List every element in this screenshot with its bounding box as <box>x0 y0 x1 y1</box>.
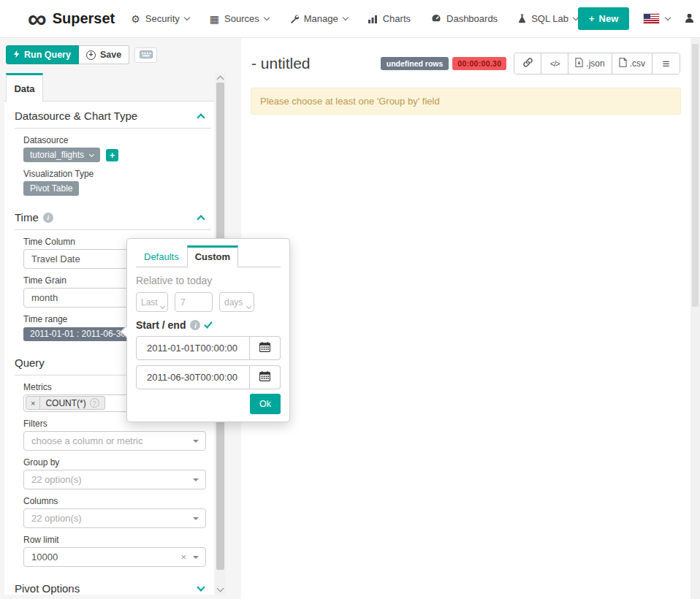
user-menu[interactable] <box>685 12 700 26</box>
wrench-icon <box>289 14 299 23</box>
query-toolbar: Run Query + Save <box>6 45 157 64</box>
relative-direction-select[interactable]: Last <box>136 292 168 312</box>
new-button-label: New <box>599 13 619 24</box>
nav-item-charts[interactable]: Charts <box>368 13 411 24</box>
datasource-label: Datasource <box>23 136 214 145</box>
datasource-select-button[interactable]: tutorial_flights <box>23 148 100 162</box>
gears-icon: ⚙ <box>131 14 140 24</box>
columns-label: Columns <box>23 497 214 505</box>
nav-item-sources[interactable]: ▦ Sources <box>210 13 269 24</box>
chevron-down-icon <box>342 15 348 20</box>
chart-title[interactable]: - untitled <box>251 54 311 73</box>
user-icon <box>685 12 694 26</box>
relative-to-today-label: Relative to today <box>136 275 281 286</box>
page-scrollbar[interactable] <box>691 38 700 599</box>
viz-type-button[interactable]: Pivot Table <box>23 181 79 196</box>
file-icon <box>619 58 627 69</box>
export-csv-button[interactable]: .csv <box>612 53 653 74</box>
chevron-down-icon[interactable] <box>197 583 205 591</box>
nav-item-dashboards[interactable]: Dashboards <box>431 13 498 24</box>
columns-placeholder: 22 option(s) <box>31 513 82 524</box>
tab-data[interactable]: Data <box>6 73 43 102</box>
filters-select[interactable]: choose a column or metric <box>23 431 206 451</box>
relative-unit-select[interactable]: days <box>219 292 254 312</box>
nav-label: Dashboards <box>446 13 498 24</box>
export-csv-label: .csv <box>630 58 645 69</box>
run-query-label: Run Query <box>24 50 71 60</box>
section-title: Query <box>15 357 45 369</box>
scrollbar-thumb[interactable] <box>692 44 699 307</box>
top-navbar: ∞ Superset ⚙ Security ▦ Sources Manage C… <box>0 0 700 38</box>
relative-amount-input[interactable] <box>175 292 213 312</box>
nav-item-security[interactable]: ⚙ Security <box>131 13 189 24</box>
valid-check-icon <box>205 319 213 328</box>
relative-direction-value: Last <box>141 297 158 308</box>
remove-metric-icon[interactable]: × <box>26 397 40 409</box>
export-json-button[interactable]: .json <box>568 53 612 74</box>
info-icon: i <box>190 320 200 330</box>
time-grain-value: month <box>31 292 58 303</box>
plus-icon: + <box>589 13 595 24</box>
calendar-icon <box>259 371 270 384</box>
add-datasource-button[interactable]: + <box>106 149 118 161</box>
columns-select[interactable]: 22 option(s) <box>23 508 206 528</box>
row-limit-control: Row limit 10000 × <box>23 535 214 567</box>
chevron-down-icon <box>89 151 94 156</box>
tab-custom[interactable]: Custom <box>187 245 238 267</box>
superset-brand[interactable]: ∞ Superset <box>28 8 115 30</box>
caret-down-icon <box>193 478 199 481</box>
code-icon: </> <box>550 59 560 68</box>
new-button[interactable]: + New <box>578 7 629 30</box>
short-link-button[interactable] <box>514 53 541 74</box>
viz-type-control: Visualization Type Pivot Table <box>23 169 214 196</box>
nav-label: Charts <box>383 13 411 24</box>
chevron-down-icon <box>246 304 251 309</box>
viz-type-label: Visualization Type <box>23 169 214 178</box>
time-column-value: Travel Date <box>31 253 80 264</box>
clear-icon[interactable]: × <box>180 552 186 562</box>
nav-item-manage[interactable]: Manage <box>289 13 348 24</box>
chevron-down-icon <box>263 15 269 20</box>
chart-header: - untitled undefined rows 00:00:00.30 </… <box>241 38 691 75</box>
plus-circle-icon: + <box>86 50 96 60</box>
end-date-input[interactable] <box>136 365 250 389</box>
caret-down-icon <box>193 440 199 443</box>
relative-controls: Last days <box>136 292 281 312</box>
start-date-calendar-button[interactable] <box>250 336 281 360</box>
start-date-row <box>136 336 281 360</box>
ok-button[interactable]: Ok <box>250 394 281 414</box>
metric-chip-label: COUNT(*) <box>45 398 85 408</box>
keyboard-shortcuts-button[interactable] <box>134 47 157 63</box>
nav-item-sql-lab[interactable]: SQL Lab <box>518 13 578 24</box>
brand-title: Superset <box>53 10 115 27</box>
tab-defaults[interactable]: Defaults <box>136 247 187 267</box>
keyboard-icon <box>140 50 153 61</box>
time-range-button[interactable]: 2011-01-01 : 2011-06-30 <box>23 327 132 341</box>
file-download-icon <box>575 58 583 69</box>
group-by-select[interactable]: 22 option(s) <box>23 470 206 489</box>
start-date-input[interactable] <box>136 336 250 360</box>
view-query-button[interactable]: </> <box>541 53 568 74</box>
save-button[interactable]: + Save <box>79 45 129 64</box>
info-icon: i <box>43 213 53 223</box>
chart-menu-button[interactable]: ≡ <box>653 53 680 74</box>
chevron-up-icon[interactable] <box>197 215 205 223</box>
row-count-badge: undefined rows <box>381 57 449 70</box>
table-icon: ▦ <box>210 14 219 24</box>
chevron-up-icon[interactable] <box>197 113 205 121</box>
section-title: Time <box>15 212 39 224</box>
section-pivot-options: Pivot Options <box>15 583 214 595</box>
export-json-label: .json <box>586 58 604 69</box>
relative-unit-value: days <box>224 297 243 308</box>
datasource-control: Datasource tutorial_flights + <box>23 136 214 162</box>
scroll-up-arrow[interactable] <box>217 76 224 83</box>
row-limit-select[interactable]: 10000 × <box>23 547 206 567</box>
chevron-down-icon <box>184 15 190 20</box>
end-date-calendar-button[interactable] <box>250 365 281 389</box>
scroll-down-arrow[interactable] <box>217 585 224 592</box>
nav-label: SQL Lab <box>531 13 568 24</box>
locale-menu[interactable] <box>644 14 670 23</box>
nav-label: Security <box>145 13 180 24</box>
run-query-button[interactable]: Run Query <box>6 45 79 64</box>
group-by-label: Group by <box>23 458 214 467</box>
